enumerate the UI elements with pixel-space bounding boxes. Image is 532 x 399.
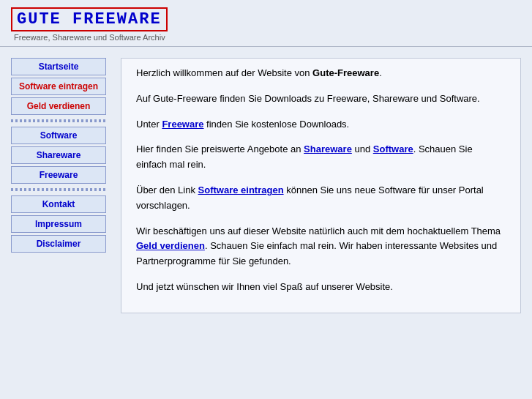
geld-verdienen-link[interactable]: Geld verdienen [136, 240, 205, 251]
nav-startseite[interactable]: Startseite [11, 58, 106, 75]
page-wrapper: GUTE FREEWARE Freeware, Shareware und So… [0, 0, 532, 399]
header: GUTE FREEWARE Freeware, Shareware und So… [0, 0, 532, 47]
p6-pre: Wir beschäftigen uns auf dieser Website … [136, 225, 501, 236]
logo-subtitle: Freeware, Shareware und Software Archiv [14, 33, 521, 42]
p1-end: . [379, 67, 382, 78]
shareware-link[interactable]: Shareware [304, 143, 352, 154]
paragraph-6: Wir beschäftigen uns auf dieser Website … [136, 224, 506, 269]
nav-geld-verdienen[interactable]: Geld verdienen [11, 97, 106, 115]
main-layout: Startseite Software eintragen Geld verdi… [0, 47, 532, 324]
nav-divider-2 [11, 188, 106, 191]
nav-divider-1 [11, 119, 106, 122]
nav-kontakt[interactable]: Kontakt [11, 195, 106, 213]
paragraph-5: Über den Link Software eintragen können … [136, 183, 506, 214]
software-link[interactable]: Software [373, 143, 413, 154]
nav-software[interactable]: Software [11, 127, 106, 144]
p4-mid: und [352, 143, 373, 154]
p5-pre: Über den Link [136, 184, 198, 195]
nav-impressum[interactable]: Impressum [11, 215, 106, 233]
p1-bold: Gute-Freeware [312, 67, 379, 78]
nav-freeware[interactable]: Freeware [11, 166, 106, 184]
p1-text: Herzlich willkommen auf der Website von [136, 67, 312, 78]
software-eintragen-link[interactable]: Software eintragen [198, 184, 284, 195]
p3-post: finden Sie kostenlose Downloads. [204, 119, 350, 130]
paragraph-3: Unter Freeware finden Sie kostenlose Dow… [136, 117, 506, 133]
logo: GUTE FREEWARE [11, 7, 168, 31]
p4-pre: Hier finden Sie preiswerte Angebote an [136, 143, 304, 154]
sidebar: Startseite Software eintragen Geld verdi… [11, 58, 106, 313]
nav-software-eintragen[interactable]: Software eintragen [11, 78, 106, 95]
paragraph-7: Und jetzt wünschen wir Ihnen viel Spaß a… [136, 280, 506, 295]
p3-pre: Unter [136, 119, 162, 130]
freeware-link[interactable]: Freeware [162, 119, 203, 130]
paragraph-4: Hier finden Sie preiswerte Angebote an S… [136, 142, 506, 173]
nav-shareware[interactable]: Shareware [11, 146, 106, 164]
nav-disclaimer[interactable]: Disclaimer [11, 235, 106, 253]
content-area: Herzlich willkommen auf der Website von … [121, 58, 521, 313]
paragraph-1: Herzlich willkommen auf der Website von … [136, 66, 506, 81]
paragraph-2: Auf Gute-Freeware finden Sie Downloads z… [136, 92, 506, 107]
